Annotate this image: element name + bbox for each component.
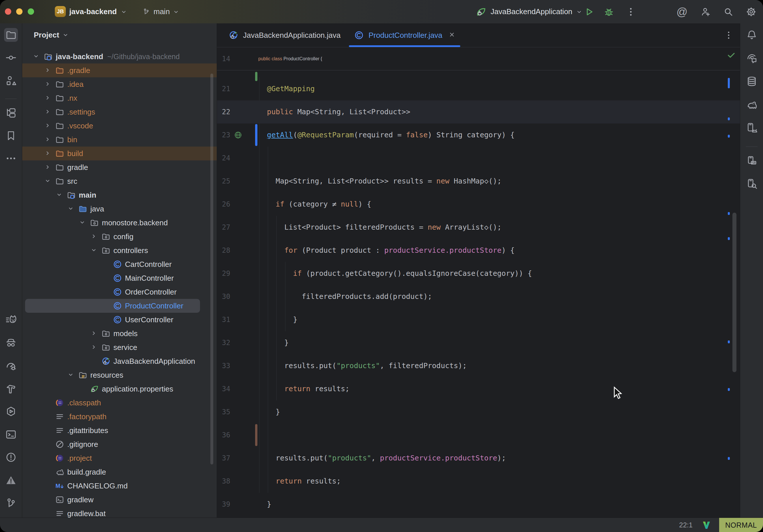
ideavim-icon[interactable]: [702, 520, 711, 531]
tree-item-monostore-backend[interactable]: monostore.backend: [22, 216, 217, 230]
tool-button-git-branch[interactable]: [4, 496, 18, 510]
tool-button-gradle[interactable]: [745, 98, 759, 112]
tree-item-productcontroller[interactable]: ProductController: [22, 299, 217, 313]
stripe-caret-mark[interactable]: [728, 78, 730, 88]
zoom-window-button[interactable]: [28, 8, 34, 15]
tree-item-changelog-md[interactable]: MCHANGELOG.md: [22, 479, 217, 493]
tree-item-gradlew[interactable]: gradlew: [22, 493, 217, 507]
tool-button-build-hammer[interactable]: [4, 382, 18, 395]
tree-item-controllers[interactable]: controllers: [22, 244, 217, 257]
tool-button-notifications-bell[interactable]: [745, 28, 759, 42]
tool-button-device-manager[interactable]: [745, 121, 759, 135]
tool-button-terminal[interactable]: [4, 428, 18, 441]
tool-button-structure-shapes[interactable]: [4, 73, 18, 87]
tool-button-ai-cat[interactable]: [4, 313, 18, 327]
tree-item-main[interactable]: main: [22, 188, 217, 202]
search-icon[interactable]: [723, 7, 733, 18]
tree-item-java-backend[interactable]: java-backend~/Github/java-backend: [22, 50, 217, 63]
tree-item-maincontroller[interactable]: MainController: [22, 271, 217, 285]
tree-item-bin[interactable]: bin: [22, 133, 217, 147]
run-configuration-selector[interactable]: JavaBackendApplication: [476, 0, 582, 23]
tree-item-src[interactable]: src: [22, 174, 217, 188]
chevron-collapsed-icon[interactable]: [45, 122, 51, 130]
stripe-change-mark[interactable]: [728, 388, 730, 391]
minimize-window-button[interactable]: [16, 8, 23, 15]
stripe-change-mark[interactable]: [728, 212, 730, 215]
chevron-expanded-icon[interactable]: [56, 191, 62, 200]
inspections-ok-check-icon[interactable]: [727, 51, 736, 61]
project-selector[interactable]: java-backend: [69, 0, 127, 23]
chevron-collapsed-icon[interactable]: [45, 135, 51, 144]
chevron-collapsed-icon[interactable]: [91, 329, 97, 338]
close-window-button[interactable]: [5, 8, 11, 15]
tool-button-problems[interactable]: [4, 450, 18, 464]
tree-item-models[interactable]: models: [22, 327, 217, 341]
tree-item-service[interactable]: service: [22, 341, 217, 354]
tool-button-running-devices[interactable]: [745, 154, 759, 167]
tool-button-warnings[interactable]: [4, 474, 18, 487]
chevron-expanded-icon[interactable]: [68, 205, 73, 213]
tool-button-hierarchy[interactable]: [4, 106, 18, 120]
tool-button-database[interactable]: [745, 74, 759, 88]
tree-item-gradlew-bat[interactable]: gradlew.bat: [22, 507, 217, 518]
tree-item--factorypath[interactable]: .factorypath: [22, 410, 217, 424]
tree-item--nx[interactable]: .nx: [22, 91, 217, 105]
chevron-collapsed-icon[interactable]: [45, 94, 51, 103]
tree-item-config[interactable]: config: [22, 230, 217, 244]
stripe-change-mark[interactable]: [728, 341, 730, 343]
tab-close-icon[interactable]: [449, 31, 455, 40]
tab-javabackendapplication-java[interactable]: JavaBackendApplication.java: [224, 23, 341, 47]
settings-gear-icon[interactable]: [746, 7, 756, 18]
tree-item-cartcontroller[interactable]: CartController: [22, 257, 217, 271]
tree-item--idea[interactable]: .idea: [22, 77, 217, 91]
tree-item--gitignore[interactable]: .gitignore: [22, 437, 217, 451]
stripe-change-mark[interactable]: [728, 135, 730, 138]
tool-button-bookmarks[interactable]: [4, 129, 18, 143]
tree-item-build-gradle[interactable]: build.gradle: [22, 465, 217, 479]
code-viewport[interactable]: 21@GetMapping22public Map<String, List<P…: [217, 70, 740, 518]
tool-button-app-inspection[interactable]: [745, 177, 759, 191]
tree-item-gradle[interactable]: gradle: [22, 160, 217, 174]
chevron-expanded-icon[interactable]: [33, 52, 39, 61]
more-actions-button[interactable]: [626, 7, 636, 18]
tool-button-ai-assistant[interactable]: [745, 52, 759, 65]
tree-item-java[interactable]: java: [22, 202, 217, 216]
tree-item--gradle[interactable]: .gradle: [22, 63, 217, 77]
tree-item-build[interactable]: build: [22, 147, 217, 160]
chevron-collapsed-icon[interactable]: [45, 66, 51, 75]
tree-item--gitattributes[interactable]: .gitattributes: [22, 424, 217, 437]
stripe-change-mark[interactable]: [728, 117, 730, 120]
tree-item-javabackendapplication[interactable]: JavaBackendApplication: [22, 354, 217, 368]
caret-position-widget[interactable]: 22:1: [664, 518, 693, 532]
tool-button-profiler[interactable]: [4, 359, 18, 372]
tool-button-project-folder[interactable]: [4, 28, 18, 42]
tool-button-commit[interactable]: [4, 51, 18, 64]
chevron-collapsed-icon[interactable]: [91, 343, 97, 352]
stripe-change-mark[interactable]: [728, 457, 730, 460]
tree-item--classpath[interactable]: .classpath: [22, 396, 217, 410]
tool-button-incognito[interactable]: [4, 336, 18, 350]
branch-selector[interactable]: main: [143, 0, 179, 23]
ai-assistant-at-icon[interactable]: @: [676, 6, 688, 18]
vim-mode-badge[interactable]: NORMAL: [719, 518, 763, 532]
tree-item-usercontroller[interactable]: UserController: [22, 313, 217, 327]
chevron-expanded-icon[interactable]: [68, 371, 73, 380]
editor-scrollbar[interactable]: [732, 213, 736, 372]
chevron-collapsed-icon[interactable]: [45, 149, 51, 158]
tree-item--project[interactable]: .project: [22, 451, 217, 465]
chevron-collapsed-icon[interactable]: [45, 163, 51, 172]
tree-item-application-properties[interactable]: application.properties: [22, 382, 217, 396]
tree-item-ordercontroller[interactable]: OrderController: [22, 285, 217, 299]
project-scrollbar[interactable]: [210, 73, 213, 465]
tab-productcontroller-java[interactable]: ProductController.java: [348, 23, 461, 47]
run-button[interactable]: [584, 7, 594, 18]
debug-button[interactable]: [604, 7, 614, 18]
chevron-collapsed-icon[interactable]: [45, 108, 51, 117]
chevron-collapsed-icon[interactable]: [91, 232, 97, 241]
chevron-expanded-icon[interactable]: [45, 177, 51, 186]
tool-button-services[interactable]: [4, 404, 18, 418]
chevron-collapsed-icon[interactable]: [45, 80, 51, 89]
tool-button-more-dots[interactable]: [4, 152, 18, 165]
editor-options-kebab-icon[interactable]: [724, 30, 733, 41]
tree-item-resources[interactable]: resources: [22, 368, 217, 382]
